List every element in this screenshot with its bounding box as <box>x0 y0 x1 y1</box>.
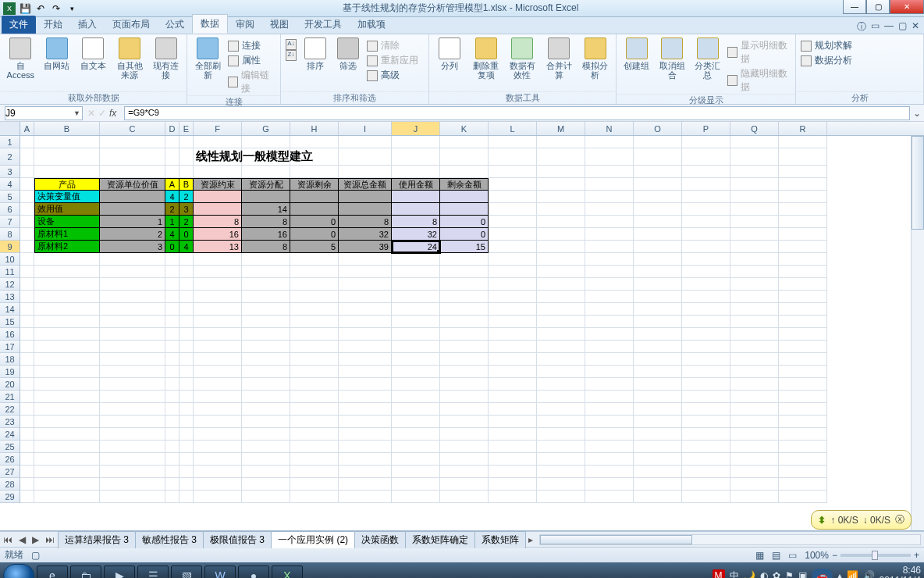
cell-B19[interactable] <box>34 366 100 378</box>
taskbar-player[interactable]: ▶ <box>104 566 135 578</box>
expand-formula-icon[interactable]: ⌄ <box>910 108 924 119</box>
cell-F7[interactable]: 8 <box>194 216 242 228</box>
cell-R21[interactable] <box>779 391 827 403</box>
row-header[interactable]: 24 <box>0 428 20 441</box>
cell-G11[interactable] <box>242 266 290 278</box>
redo-icon[interactable]: ↷ <box>50 2 62 15</box>
cell-O24[interactable] <box>634 428 682 441</box>
cell-B18[interactable] <box>34 353 100 366</box>
row-header[interactable]: 2 <box>0 148 20 166</box>
cell-C2[interactable] <box>100 148 165 166</box>
cell-H8[interactable]: 0 <box>290 228 339 241</box>
cell-J12[interactable] <box>392 278 440 291</box>
cell-G1[interactable] <box>242 136 290 148</box>
cell-M18[interactable] <box>537 353 585 366</box>
cell-D9[interactable]: 0 <box>165 241 179 253</box>
whatif-button[interactable]: 模拟分析 <box>579 37 611 80</box>
cell-O10[interactable] <box>634 253 682 266</box>
cell-F9[interactable]: 13 <box>194 241 242 253</box>
cell-N20[interactable] <box>585 378 634 391</box>
cell-D22[interactable] <box>165 403 179 416</box>
cell-E20[interactable] <box>179 378 194 391</box>
col-header[interactable]: E <box>179 122 194 135</box>
taskbar-explorer[interactable]: 🗀 <box>70 566 101 578</box>
cell-O1[interactable] <box>634 136 682 148</box>
row-header[interactable]: 3 <box>0 166 20 178</box>
cell-L17[interactable] <box>489 341 537 353</box>
cell-O20[interactable] <box>634 378 682 391</box>
cell-K25[interactable] <box>440 441 489 453</box>
cell-E29[interactable] <box>179 491 194 503</box>
start-button[interactable] <box>3 564 34 578</box>
cell-R4[interactable] <box>779 178 827 191</box>
cell-M12[interactable] <box>537 278 585 291</box>
cell-P14[interactable] <box>682 303 730 316</box>
cell-I15[interactable] <box>339 316 392 328</box>
cell-R29[interactable] <box>779 491 827 503</box>
cell-Q10[interactable] <box>730 253 779 266</box>
cell-Q16[interactable] <box>730 328 779 341</box>
cell-E19[interactable] <box>179 366 194 378</box>
cell-H20[interactable] <box>290 378 339 391</box>
cell-L12[interactable] <box>489 278 537 291</box>
cell-J22[interactable] <box>392 403 440 416</box>
cell-A12[interactable] <box>20 278 34 291</box>
cell-K2[interactable] <box>440 148 489 166</box>
cell-D27[interactable] <box>165 466 179 478</box>
cell-L23[interactable] <box>489 416 537 428</box>
cell-C26[interactable] <box>100 453 165 466</box>
cell-D28[interactable] <box>165 478 179 491</box>
cell-P4[interactable] <box>682 178 730 191</box>
cell-A16[interactable] <box>20 328 34 341</box>
help-icon[interactable]: ⓘ <box>857 20 866 34</box>
cell-P11[interactable] <box>682 266 730 278</box>
cell-D2[interactable] <box>165 148 179 166</box>
cell-J10[interactable] <box>392 253 440 266</box>
zoom-out-button[interactable]: − <box>832 550 837 561</box>
cell-H26[interactable] <box>290 453 339 466</box>
cell-L22[interactable] <box>489 403 537 416</box>
cell-K7[interactable]: 0 <box>440 216 489 228</box>
cell-R6[interactable] <box>779 203 827 216</box>
cell-K5[interactable] <box>440 191 489 203</box>
cell-I8[interactable]: 32 <box>339 228 392 241</box>
cell-D7[interactable]: 1 <box>165 216 179 228</box>
cell-A21[interactable] <box>20 391 34 403</box>
zoom-slider[interactable] <box>840 554 911 557</box>
cell-J17[interactable] <box>392 341 440 353</box>
tray-volume-icon[interactable]: 🔊 <box>863 570 875 578</box>
cell-C7[interactable]: 1 <box>100 216 165 228</box>
cell-P7[interactable] <box>682 216 730 228</box>
cell-M20[interactable] <box>537 378 585 391</box>
cell-P5[interactable] <box>682 191 730 203</box>
cell-H15[interactable] <box>290 316 339 328</box>
sheet-tab[interactable]: 运算结果报告 3 <box>58 531 136 548</box>
cell-H17[interactable] <box>290 341 339 353</box>
cell-P25[interactable] <box>682 441 730 453</box>
cell-E18[interactable] <box>179 353 194 366</box>
cell-L16[interactable] <box>489 328 537 341</box>
cell-N22[interactable] <box>585 403 634 416</box>
ime-indicator[interactable]: 中 <box>730 569 739 579</box>
cell-C4[interactable]: 资源单位价值 <box>100 178 165 191</box>
cell-L27[interactable] <box>489 466 537 478</box>
cell-R24[interactable] <box>779 428 827 441</box>
cell-P10[interactable] <box>682 253 730 266</box>
cell-E6[interactable]: 3 <box>179 203 194 216</box>
ribbon-min-icon[interactable]: ▭ <box>871 20 880 34</box>
cell-L28[interactable] <box>489 478 537 491</box>
col-header[interactable]: G <box>242 122 290 135</box>
cell-J19[interactable] <box>392 366 440 378</box>
macro-record-icon[interactable]: ▢ <box>31 550 40 561</box>
cell-D6[interactable]: 2 <box>165 203 179 216</box>
cell-E4[interactable]: B <box>179 178 194 191</box>
cell-L1[interactable] <box>489 136 537 148</box>
consolidate-button[interactable]: 合并计算 <box>543 37 575 80</box>
cell-A13[interactable] <box>20 291 34 303</box>
cell-R15[interactable] <box>779 316 827 328</box>
cell-C21[interactable] <box>100 391 165 403</box>
cell-Q7[interactable] <box>730 216 779 228</box>
cell-B4[interactable]: 产品 <box>34 178 100 191</box>
cell-P17[interactable] <box>682 341 730 353</box>
cell-B12[interactable] <box>34 278 100 291</box>
